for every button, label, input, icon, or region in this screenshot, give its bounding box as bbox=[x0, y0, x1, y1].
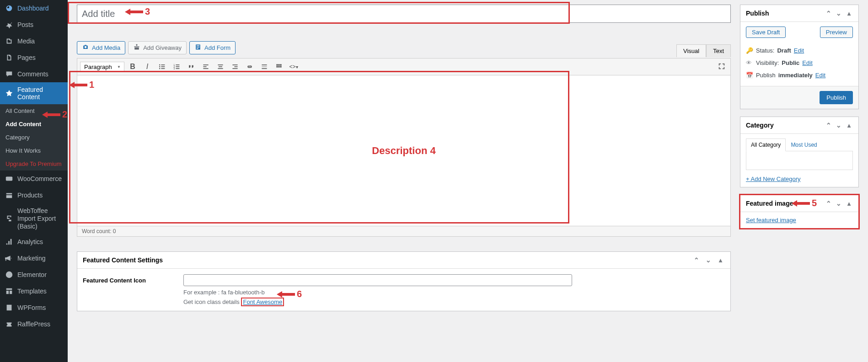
svg-rect-26 bbox=[276, 64, 278, 65]
edit-status-link[interactable]: Edit bbox=[794, 47, 804, 54]
move-up-icon[interactable]: ⌃ bbox=[692, 256, 701, 264]
toggle-icon[interactable]: ▴ bbox=[845, 122, 853, 129]
link-button[interactable] bbox=[243, 60, 256, 73]
align-left-button[interactable] bbox=[199, 60, 212, 73]
sidebar-item-featured-content[interactable]: Featured Content bbox=[0, 82, 68, 104]
sidebar-label: Analytics bbox=[17, 238, 43, 245]
category-tab-most-used[interactable]: Most Used bbox=[786, 138, 822, 151]
schedule-value: immediately bbox=[778, 72, 813, 79]
sidebar-item-rafflepress[interactable]: RafflePress bbox=[0, 316, 68, 332]
sidebar-item-woocommerce[interactable]: WooCommerce bbox=[0, 170, 68, 187]
sidebar-item-webtoffee[interactable]: WebToffee Import Export (Basic) bbox=[0, 203, 68, 234]
tab-visual[interactable]: Visual bbox=[676, 44, 706, 57]
admin-sidebar: Dashboard Posts Media Pages Comments Fea… bbox=[0, 0, 68, 362]
featured-content-settings-box: Featured Content Settings ⌃ ⌄ ▴ Featured… bbox=[77, 251, 731, 311]
move-down-icon[interactable]: ⌄ bbox=[835, 200, 843, 207]
move-down-icon[interactable]: ⌄ bbox=[835, 122, 843, 129]
icon-field-label: Featured Content Icon bbox=[83, 274, 174, 305]
svg-text:3: 3 bbox=[174, 68, 175, 70]
insert-more-button[interactable] bbox=[258, 60, 271, 73]
add-new-category-link[interactable]: + Add New Category bbox=[746, 176, 801, 182]
wpforms-icon bbox=[5, 303, 14, 312]
sidebar-item-products[interactable]: Products bbox=[0, 187, 68, 203]
category-list[interactable] bbox=[746, 151, 853, 170]
megaphone-icon bbox=[5, 254, 14, 263]
add-giveaway-button[interactable]: Add Giveaway bbox=[128, 41, 187, 54]
toggle-icon[interactable]: ▴ bbox=[845, 200, 853, 207]
bullet-list-button[interactable] bbox=[155, 60, 168, 73]
code-button[interactable]: <>▾ bbox=[287, 60, 300, 73]
sidebar-item-analytics[interactable]: Analytics bbox=[0, 234, 68, 250]
add-form-button[interactable]: Add Form bbox=[189, 41, 236, 54]
move-up-icon[interactable]: ⌃ bbox=[825, 200, 833, 207]
align-center-button[interactable] bbox=[214, 60, 227, 73]
key-icon: 🔑 bbox=[746, 47, 753, 54]
svg-rect-27 bbox=[278, 64, 279, 65]
save-draft-button[interactable]: Save Draft bbox=[746, 27, 786, 38]
move-down-icon[interactable]: ⌄ bbox=[704, 256, 713, 264]
sidebar-item-wpforms[interactable]: WPForms bbox=[0, 299, 68, 316]
sidebar-label: Marketing bbox=[17, 255, 45, 262]
category-tab-all[interactable]: All Category bbox=[746, 138, 786, 151]
submenu-category[interactable]: Category bbox=[0, 131, 68, 144]
pages-icon bbox=[5, 53, 14, 62]
sidebar-label: Media bbox=[17, 37, 35, 45]
svg-rect-30 bbox=[278, 66, 279, 67]
svg-rect-22 bbox=[232, 68, 237, 69]
format-select[interactable]: Paragraph bbox=[80, 62, 124, 72]
tab-text[interactable]: Text bbox=[706, 44, 731, 57]
submenu-upgrade[interactable]: Upgrade To Premium bbox=[0, 157, 68, 170]
svg-rect-16 bbox=[203, 68, 208, 69]
italic-button[interactable]: I bbox=[141, 60, 154, 73]
preview-button[interactable]: Preview bbox=[820, 27, 853, 38]
toolbar-toggle-button[interactable] bbox=[273, 60, 285, 73]
svg-rect-29 bbox=[276, 66, 278, 67]
svg-rect-21 bbox=[234, 66, 237, 67]
editor-status-bar: Word count: 0 bbox=[77, 226, 731, 237]
form-icon bbox=[194, 43, 202, 52]
category-panel: Category ⌃ ⌄ ▴ All Category Most Used + … bbox=[740, 117, 859, 187]
numbered-list-button[interactable]: 123 bbox=[170, 60, 183, 73]
edit-visibility-link[interactable]: Edit bbox=[802, 59, 812, 66]
annotation-6: 6 bbox=[277, 289, 302, 299]
toggle-icon[interactable]: ▴ bbox=[845, 10, 853, 17]
set-featured-image-link[interactable]: Set featured image bbox=[746, 217, 796, 224]
sidebar-item-marketing[interactable]: Marketing bbox=[0, 250, 68, 266]
svg-point-4 bbox=[159, 66, 160, 67]
sidebar-label: Comments bbox=[17, 70, 48, 78]
submenu-how-it-works[interactable]: How It Works bbox=[0, 144, 68, 157]
move-down-icon[interactable]: ⌄ bbox=[835, 10, 843, 17]
status-label: Status: bbox=[756, 47, 774, 54]
blockquote-button[interactable] bbox=[185, 60, 198, 73]
add-media-button[interactable]: Add Media bbox=[77, 41, 125, 54]
editor-body[interactable]: Description 4 bbox=[77, 75, 731, 226]
sidebar-item-comments[interactable]: Comments bbox=[0, 66, 68, 82]
edit-schedule-link[interactable]: Edit bbox=[815, 72, 825, 79]
distraction-free-button[interactable] bbox=[715, 60, 728, 73]
publish-button[interactable]: Publish bbox=[820, 91, 853, 104]
sidebar-label: WooCommerce bbox=[17, 175, 62, 182]
category-title: Category bbox=[746, 122, 774, 129]
move-up-icon[interactable]: ⌃ bbox=[825, 10, 833, 17]
sidebar-item-pages[interactable]: Pages bbox=[0, 49, 68, 66]
icon-details-text: Get icon class details bbox=[183, 298, 240, 305]
annotation-5: 5 bbox=[792, 198, 817, 208]
svg-rect-7 bbox=[161, 68, 165, 69]
sidebar-item-templates[interactable]: Templates bbox=[0, 283, 68, 299]
toggle-icon[interactable]: ▴ bbox=[716, 256, 725, 264]
sidebar-label: Elementor bbox=[17, 271, 47, 278]
icon-input[interactable] bbox=[183, 274, 572, 286]
move-up-icon[interactable]: ⌃ bbox=[825, 122, 833, 129]
media-icon bbox=[5, 37, 14, 46]
sidebar-label: Pages bbox=[17, 54, 36, 61]
sidebar-item-media[interactable]: Media bbox=[0, 33, 68, 49]
bold-button[interactable]: B bbox=[126, 60, 139, 73]
sidebar-item-dashboard[interactable]: Dashboard bbox=[0, 0, 68, 16]
post-title-input[interactable] bbox=[77, 5, 731, 23]
sidebar-item-elementor[interactable]: Elementor bbox=[0, 266, 68, 283]
sidebar-label: WebToffee Import Export (Basic) bbox=[17, 207, 63, 230]
sidebar-item-posts[interactable]: Posts bbox=[0, 16, 68, 33]
status-value: Draft bbox=[777, 47, 791, 54]
align-right-button[interactable] bbox=[229, 60, 241, 73]
sidebar-label: RafflePress bbox=[17, 320, 50, 328]
